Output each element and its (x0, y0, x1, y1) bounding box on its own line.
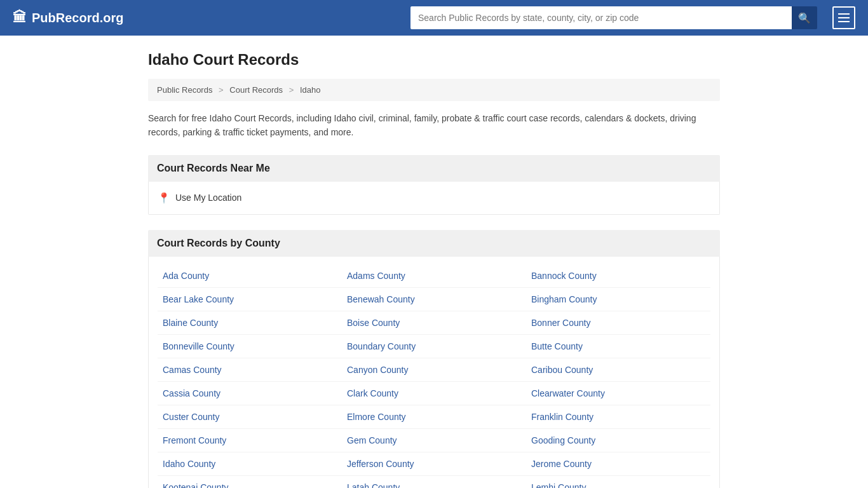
search-input[interactable] (410, 6, 792, 29)
breadcrumb-current: Idaho (300, 85, 321, 95)
county-link[interactable]: Latah County (347, 482, 400, 488)
county-row: Bonneville CountyBoundary CountyButte Co… (158, 335, 710, 358)
use-my-location-label: Use My Location (175, 193, 241, 203)
logo-text: PubRecord.org (32, 11, 123, 25)
page-description: Search for free Idaho Court Records, inc… (148, 111, 720, 140)
county-row: Kootenai CountyLatah CountyLemhi County (158, 476, 710, 488)
county-cell: Gem County (342, 429, 526, 452)
county-cell: Adams County (342, 264, 526, 287)
county-link[interactable]: Clark County (347, 388, 398, 398)
county-link[interactable]: Benewah County (347, 294, 415, 304)
county-grid: Ada CountyAdams CountyBannock CountyBear… (148, 257, 720, 488)
search-container: 🔍 (410, 6, 817, 29)
county-section: Court Records by County Ada CountyAdams … (148, 230, 720, 488)
county-cell: Boise County (342, 311, 526, 334)
county-link[interactable]: Cassia County (163, 388, 220, 398)
county-link[interactable]: Caribou County (531, 365, 593, 375)
page-title: Idaho Court Records (148, 51, 720, 69)
county-cell: Idaho County (158, 452, 342, 475)
county-cell: Camas County (158, 358, 342, 381)
county-row: Idaho CountyJefferson CountyJerome Count… (158, 452, 710, 476)
county-link[interactable]: Fremont County (163, 435, 226, 445)
county-row: Fremont CountyGem CountyGooding County (158, 429, 710, 452)
county-cell: Canyon County (342, 358, 526, 381)
use-my-location-row[interactable]: 📍 Use My Location (158, 192, 710, 204)
menu-bar-1 (838, 13, 850, 15)
county-link[interactable]: Blaine County (163, 318, 218, 328)
county-row: Bear Lake CountyBenewah CountyBingham Co… (158, 288, 710, 311)
county-cell: Bonner County (526, 311, 710, 334)
county-link[interactable]: Custer County (163, 412, 219, 422)
county-link[interactable]: Camas County (163, 365, 222, 375)
county-cell: Franklin County (526, 405, 710, 428)
county-link[interactable]: Canyon County (347, 365, 409, 375)
county-cell: Cassia County (158, 382, 342, 405)
county-cell: Jerome County (526, 452, 710, 475)
county-cell: Custer County (158, 405, 342, 428)
near-me-section: Court Records Near Me 📍 Use My Location (148, 155, 720, 215)
county-row: Custer CountyElmore CountyFranklin Count… (158, 405, 710, 429)
county-link[interactable]: Ada County (163, 271, 209, 281)
county-link[interactable]: Bear Lake County (163, 294, 234, 304)
county-cell: Caribou County (526, 358, 710, 381)
county-link[interactable]: Bannock County (531, 271, 597, 281)
county-row: Camas CountyCanyon CountyCaribou County (158, 358, 710, 382)
logo-icon: 🏛 (13, 10, 27, 26)
county-cell: Bingham County (526, 288, 710, 311)
county-cell: Bonneville County (158, 335, 342, 358)
search-icon: 🔍 (798, 12, 811, 24)
county-link[interactable]: Boundary County (347, 341, 416, 351)
county-link[interactable]: Adams County (347, 271, 405, 281)
county-row: Cassia CountyClark CountyClearwater Coun… (158, 382, 710, 405)
breadcrumb-link-public-records[interactable]: Public Records (157, 85, 212, 95)
county-link[interactable]: Clearwater County (531, 388, 605, 398)
county-cell: Lemhi County (526, 476, 710, 488)
county-link[interactable]: Jefferson County (347, 459, 414, 469)
county-row: Blaine CountyBoise CountyBonner County (158, 311, 710, 335)
county-link[interactable]: Lemhi County (531, 482, 586, 488)
breadcrumb-sep-2: > (289, 85, 294, 95)
site-logo[interactable]: 🏛 PubRecord.org (13, 10, 123, 26)
county-cell: Benewah County (342, 288, 526, 311)
breadcrumb: Public Records > Court Records > Idaho (148, 79, 720, 101)
county-cell: Elmore County (342, 405, 526, 428)
county-link[interactable]: Elmore County (347, 412, 406, 422)
county-link[interactable]: Bingham County (531, 294, 597, 304)
breadcrumb-link-court-records[interactable]: Court Records (229, 85, 283, 95)
county-cell: Boundary County (342, 335, 526, 358)
county-cell: Latah County (342, 476, 526, 488)
county-link[interactable]: Gooding County (531, 435, 595, 445)
breadcrumb-sep-1: > (219, 85, 224, 95)
search-button[interactable]: 🔍 (792, 6, 817, 29)
county-cell: Jefferson County (342, 452, 526, 475)
site-header: 🏛 PubRecord.org 🔍 (0, 0, 868, 36)
county-cell: Blaine County (158, 311, 342, 334)
county-link[interactable]: Idaho County (163, 459, 215, 469)
main-content: Idaho Court Records Public Records > Cou… (135, 36, 733, 488)
menu-button[interactable] (832, 6, 855, 29)
county-link[interactable]: Jerome County (531, 459, 592, 469)
near-me-body: 📍 Use My Location (148, 182, 720, 215)
near-me-header: Court Records Near Me (148, 155, 720, 182)
county-row: Ada CountyAdams CountyBannock County (158, 264, 710, 288)
location-pin-icon: 📍 (158, 192, 170, 204)
county-cell: Gooding County (526, 429, 710, 452)
menu-bar-3 (838, 21, 850, 22)
county-link[interactable]: Bonner County (531, 318, 590, 328)
county-cell: Butte County (526, 335, 710, 358)
county-cell: Bannock County (526, 264, 710, 287)
county-link[interactable]: Kootenai County (163, 482, 229, 488)
county-section-header: Court Records by County (148, 230, 720, 257)
county-cell: Bear Lake County (158, 288, 342, 311)
county-link[interactable]: Boise County (347, 318, 400, 328)
county-link[interactable]: Butte County (531, 341, 583, 351)
county-link[interactable]: Franklin County (531, 412, 593, 422)
county-cell: Clearwater County (526, 382, 710, 405)
county-link[interactable]: Gem County (347, 435, 397, 445)
menu-bar-2 (838, 17, 850, 18)
county-link[interactable]: Bonneville County (163, 341, 234, 351)
county-cell: Kootenai County (158, 476, 342, 488)
county-cell: Fremont County (158, 429, 342, 452)
county-cell: Clark County (342, 382, 526, 405)
county-cell: Ada County (158, 264, 342, 287)
